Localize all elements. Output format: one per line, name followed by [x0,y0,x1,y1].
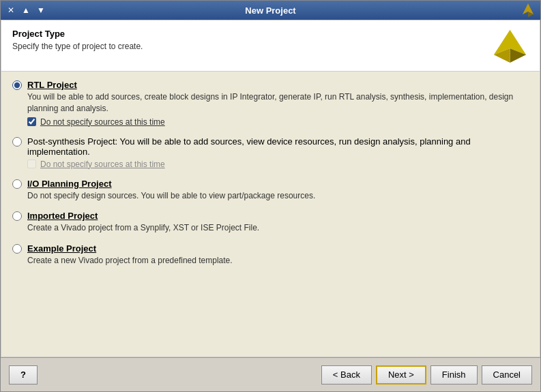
option-example: Example Project Create a new Vivado proj… [12,243,529,267]
radio-rtl[interactable] [12,80,22,90]
footer-right: < Back Next > Finish Cancel [321,365,532,385]
help-button[interactable]: ? [9,365,38,385]
header-section: Project Type Specify the type of project… [1,20,540,72]
option-rtl-label: RTL Project [27,80,77,90]
post-checkbox-row: Do not specify sources at this time [27,160,529,169]
option-post-row: Post-synthesis Project: You will be able… [12,136,529,157]
radio-post-synthesis[interactable] [12,137,22,147]
option-imported-label: Imported Project [27,211,98,221]
page-subtitle: Specify the type of project to create. [12,42,143,51]
post-no-sources-label: Do not specify sources at this time [40,160,165,169]
main-window: ✕ ▲ ▼ New Project Project Type Specify t… [0,0,541,392]
titlebar-controls: ✕ ▲ ▼ [5,4,47,16]
option-imported: Imported Project Create a Vivado project… [12,211,529,234]
radio-example[interactable] [12,244,22,254]
content-area: Project Type Specify the type of project… [1,20,540,357]
back-button[interactable]: < Back [321,365,372,385]
option-io-desc: Do not specify design sources. You will … [27,190,529,202]
next-button[interactable]: Next > [376,365,426,385]
rtl-no-sources-label: Do not specify sources at this time [40,117,165,127]
option-io-planning: I/O Planning Project Do not specify desi… [12,179,529,202]
post-no-sources-checkbox[interactable] [27,160,36,168]
option-rtl-row: RTL Project [12,80,529,90]
option-rtl-desc: You will be able to add sources, create … [27,91,529,115]
option-post-synthesis: Post-synthesis Project: You will be able… [12,136,529,169]
finish-button[interactable]: Finish [430,365,478,385]
option-example-row: Example Project [12,243,529,254]
option-io-label: I/O Planning Project [27,179,112,189]
option-example-desc: Create a new Vivado project from a prede… [27,255,529,267]
maximize-button[interactable]: ▼ [35,4,47,16]
titlebar-right [520,2,536,18]
radio-imported[interactable] [12,211,22,221]
minimize-button[interactable]: ▲ [20,4,32,16]
rtl-no-sources-checkbox[interactable] [27,117,36,126]
option-imported-desc: Create a Vivado project from a Synplify,… [27,222,529,234]
rtl-checkbox-row: Do not specify sources at this time [27,117,529,127]
option-rtl: RTL Project You will be able to add sour… [12,80,529,127]
vivado-logo-icon [520,2,536,18]
radio-io-planning[interactable] [12,179,22,189]
footer-left: ? [9,365,38,385]
header-text: Project Type Specify the type of project… [12,29,143,51]
option-example-label: Example Project [27,243,96,254]
window-title: New Project [245,5,295,16]
option-io-row: I/O Planning Project [12,179,529,189]
close-button[interactable]: ✕ [5,4,17,16]
footer: ? < Back Next > Finish Cancel [1,357,540,391]
options-section: RTL Project You will be able to add sour… [1,72,540,357]
titlebar: ✕ ▲ ▼ New Project [1,1,540,20]
cancel-button[interactable]: Cancel [482,365,532,385]
option-imported-row: Imported Project [12,211,529,221]
page-title: Project Type [12,29,143,39]
vivado-header-logo [491,29,529,63]
option-post-label: Post-synthesis Project: You will be able… [27,136,529,157]
